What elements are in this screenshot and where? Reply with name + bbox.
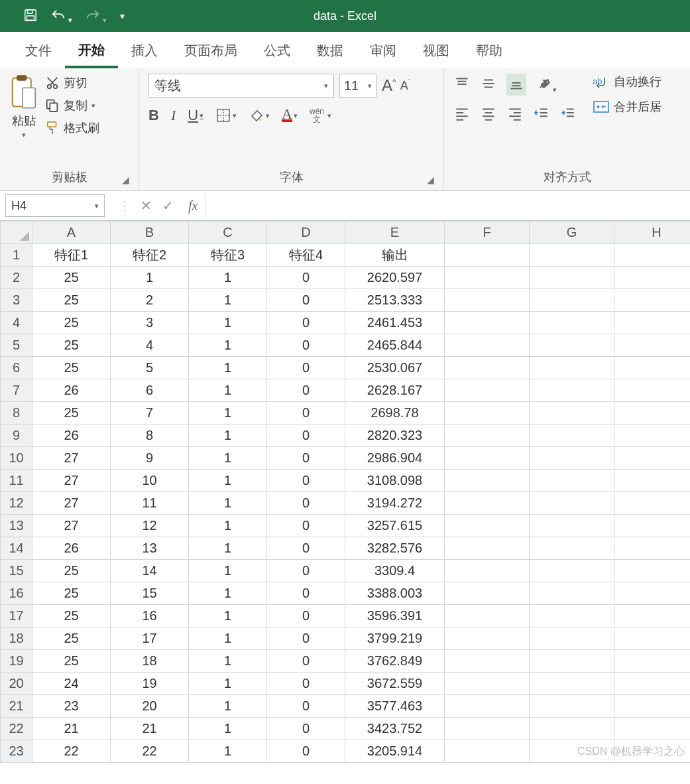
cell[interactable]: 0 <box>267 695 345 718</box>
redo-icon[interactable]: ▾ <box>86 8 107 25</box>
cell[interactable]: 特征1 <box>32 244 111 267</box>
cell[interactable]: 0 <box>267 267 345 289</box>
cell[interactable]: 7 <box>111 402 189 425</box>
cell[interactable]: 25 <box>32 650 111 673</box>
cell[interactable]: 27 <box>32 447 111 470</box>
cell[interactable]: 6 <box>111 379 189 402</box>
cell[interactable]: 1 <box>189 582 267 605</box>
cell[interactable] <box>530 357 614 379</box>
cell[interactable] <box>530 334 614 357</box>
row-header[interactable]: 21 <box>1 695 32 718</box>
cell[interactable]: 1 <box>189 470 267 492</box>
row-header[interactable]: 20 <box>1 673 32 695</box>
underline-button[interactable]: U▾ <box>188 107 203 124</box>
cell[interactable]: 3423.752 <box>345 718 445 740</box>
cell[interactable]: 3799.219 <box>345 627 445 650</box>
cell[interactable]: 3577.463 <box>345 695 445 718</box>
cell[interactable]: 3388.003 <box>345 582 445 605</box>
cell[interactable]: 21 <box>111 718 189 740</box>
cell[interactable] <box>445 605 530 627</box>
cell[interactable]: 1 <box>189 605 267 627</box>
cell[interactable]: 特征3 <box>189 244 267 267</box>
cell[interactable]: 0 <box>267 627 345 650</box>
row-header[interactable]: 9 <box>1 425 32 447</box>
cell[interactable]: 25 <box>32 289 111 312</box>
undo-icon[interactable]: ▾ <box>51 8 72 25</box>
cell[interactable]: 25 <box>32 357 111 379</box>
merge-center-button[interactable]: 合并后居 <box>593 99 661 115</box>
align-middle-icon[interactable] <box>480 75 497 94</box>
cell[interactable]: 0 <box>267 650 345 673</box>
cell[interactable] <box>530 605 614 627</box>
name-box[interactable]: H4▾ <box>5 194 105 217</box>
cell[interactable] <box>530 740 614 763</box>
cell[interactable] <box>614 718 691 740</box>
cell[interactable] <box>614 537 691 560</box>
cell[interactable] <box>614 447 691 470</box>
fx-icon[interactable]: fx <box>188 198 198 214</box>
cell[interactable]: 1 <box>189 515 267 537</box>
cell[interactable]: 4 <box>111 334 189 357</box>
qat-customize-icon[interactable]: ▾ <box>120 11 125 21</box>
cell[interactable]: 3309.4 <box>345 560 445 582</box>
cell[interactable]: 3282.576 <box>345 537 445 560</box>
cell[interactable] <box>614 402 691 425</box>
cell[interactable]: 1 <box>189 447 267 470</box>
cell[interactable]: 2461.453 <box>345 312 445 334</box>
tab-审阅[interactable]: 审阅 <box>357 35 410 68</box>
cell[interactable]: 9 <box>111 447 189 470</box>
cell[interactable] <box>614 334 691 357</box>
cell[interactable]: 0 <box>267 447 345 470</box>
cell[interactable]: 0 <box>267 515 345 537</box>
row-header[interactable]: 17 <box>1 605 32 627</box>
dialog-launcher-icon[interactable]: ◢ <box>427 174 434 185</box>
cell[interactable]: 11 <box>111 492 189 515</box>
cell[interactable] <box>445 560 530 582</box>
row-header[interactable]: 15 <box>1 560 32 582</box>
cell[interactable]: 3762.849 <box>345 650 445 673</box>
cell[interactable]: 2986.904 <box>345 447 445 470</box>
orientation-button[interactable]: ab▾ <box>536 75 557 94</box>
formula-input[interactable] <box>205 194 690 217</box>
increase-indent-icon[interactable] <box>559 105 577 124</box>
border-button[interactable]: ▾ <box>215 107 237 123</box>
align-right-icon[interactable] <box>506 105 524 124</box>
cell[interactable]: 14 <box>111 560 189 582</box>
cell[interactable] <box>445 447 530 470</box>
cell[interactable]: 1 <box>189 425 267 447</box>
row-header[interactable]: 13 <box>1 515 32 537</box>
row-header[interactable]: 5 <box>1 334 32 357</box>
row-header[interactable]: 22 <box>1 718 32 740</box>
row-header[interactable]: 14 <box>1 537 32 560</box>
cell[interactable]: 2465.844 <box>345 334 445 357</box>
cell[interactable] <box>614 515 691 537</box>
cell[interactable] <box>614 605 691 627</box>
cell[interactable]: 21 <box>32 718 111 740</box>
cell[interactable] <box>445 695 530 718</box>
cell[interactable]: 0 <box>267 673 345 695</box>
cell[interactable] <box>614 244 691 267</box>
cell[interactable]: 0 <box>267 605 345 627</box>
cell[interactable] <box>614 379 691 402</box>
cell[interactable] <box>445 740 530 763</box>
cell[interactable]: 3205.914 <box>345 740 445 763</box>
cell[interactable]: 3194.272 <box>345 492 445 515</box>
cell[interactable] <box>530 537 614 560</box>
cell[interactable] <box>530 425 614 447</box>
tab-插入[interactable]: 插入 <box>118 35 171 68</box>
cell[interactable]: 0 <box>267 334 345 357</box>
cell[interactable]: 17 <box>111 627 189 650</box>
tab-公式[interactable]: 公式 <box>251 35 304 68</box>
row-header[interactable]: 12 <box>1 492 32 515</box>
cell[interactable]: 特征2 <box>111 244 189 267</box>
cell[interactable]: 26 <box>32 425 111 447</box>
column-header-H[interactable]: H <box>614 222 691 244</box>
cell[interactable] <box>445 470 530 492</box>
tab-文件[interactable]: 文件 <box>12 35 65 68</box>
copy-button[interactable]: 复制 ▾ <box>45 98 99 113</box>
decrease-indent-icon[interactable] <box>533 105 550 124</box>
cell[interactable] <box>614 357 691 379</box>
dialog-launcher-icon[interactable]: ◢ <box>122 174 129 185</box>
cell[interactable] <box>445 357 530 379</box>
cell[interactable]: 1 <box>189 560 267 582</box>
